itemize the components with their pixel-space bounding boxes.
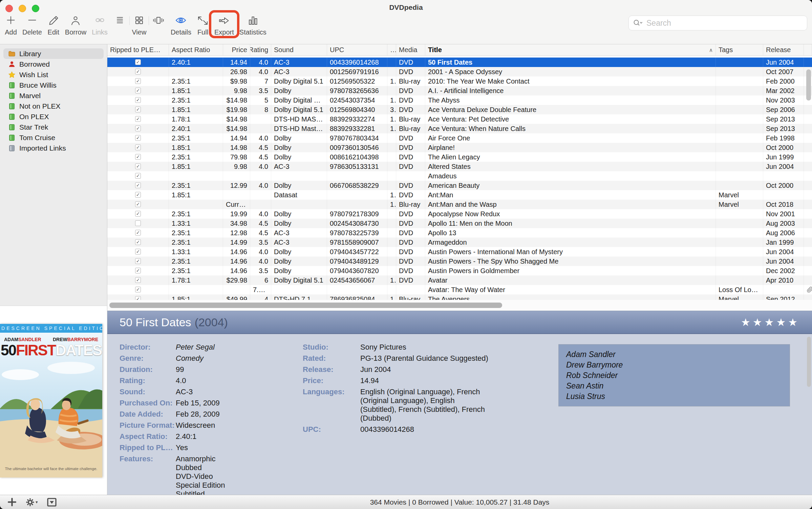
checkbox-unchecked[interactable] [135,220,141,226]
checkbox-checked[interactable]: ✓ [135,296,141,300]
checkbox-checked[interactable]: ✓ [135,249,141,255]
table-row[interactable]: ✓2.35:114.993.5AC-39781558909007DVDArmag… [107,238,812,247]
add-button[interactable]: Add [2,13,20,37]
cover-art[interactable]: WIDESCREEN SPECIAL EDITION ADAMSANDLER D… [0,324,102,478]
table-row[interactable]: ✓Amadeus [107,171,812,181]
table-row[interactable]: ✓1.85:1$19.988Dolby Digital 5.1012569804… [107,105,812,114]
coverflow-view-icon[interactable] [152,16,165,26]
column-header-price[interactable]: Price [223,44,250,56]
table-row[interactable]: ✓Current…1Blu-rayAnt:Man and the WaspMar… [107,200,812,209]
sidebar-item-tom-cruise[interactable]: Tom Cruise [3,132,104,143]
details-button[interactable]: Details [168,13,194,37]
table-row[interactable]: ✓1.78:1$14.98DTS-HD MASTE…8839293322741B… [107,114,812,124]
table-row[interactable]: ✓2.40:114.944.0AC-30043396014268DVD50 Fi… [107,58,812,67]
column-header-tags[interactable]: Tags [716,44,763,56]
table-row[interactable]: ✓2.35:112.994.0Dolby0667068538229DVDAmer… [107,181,812,190]
table-row[interactable]: ✓2.35:112.984.5AC-39780783225739DVDApoll… [107,228,812,238]
table-row[interactable]: ✓1.85:1Datasat1DVDAnt:ManMarvel [107,190,812,200]
column-header-aspect[interactable]: Aspect Ratio [169,44,223,56]
export-button[interactable]: Export [212,13,237,37]
table-row[interactable]: ✓7.684Avatar: The Way of WaterLoss Of Lo… [107,285,812,294]
column-header-upc[interactable]: UPC [327,44,387,56]
statistics-button[interactable]: Statistics [237,13,269,37]
full-button[interactable]: Full [194,13,212,37]
checkbox-checked[interactable]: ✓ [135,287,141,292]
detail-scrollbar[interactable] [807,337,811,387]
field-value[interactable]: Peter Segal [176,343,287,352]
column-header-media[interactable]: Media [396,44,425,56]
column-header-sound[interactable]: Sound [271,44,327,56]
checkbox-checked[interactable]: ✓ [135,239,141,245]
checkbox-checked[interactable]: ✓ [135,230,141,236]
table-row[interactable]: ✓2.40:1$14.98DTS-HD Master…8839293322811… [107,124,812,133]
checkbox-checked[interactable]: ✓ [135,59,141,65]
search-input[interactable] [646,18,803,28]
column-header-pad[interactable] [804,44,812,56]
action-menu-button[interactable]: ▾ [25,497,38,507]
sidebar-item-library[interactable]: Library [3,48,104,59]
sidebar-item-imported-links[interactable]: Imported Links [3,143,104,153]
checkbox-checked[interactable]: ✓ [135,268,141,273]
checkbox-checked[interactable]: ✓ [135,88,141,93]
sidebar-item-on-plex[interactable]: On PLEX [3,111,104,122]
table-row[interactable]: ✓2.35:119.994.0Dolby9780792178309DVDApoc… [107,209,812,219]
checkbox-checked[interactable]: ✓ [135,173,141,179]
table-row[interactable]: ✓2.35:1$9.987Dolby Digital 5.10125695053… [107,76,812,86]
list-view-icon[interactable] [114,16,126,26]
delete-button[interactable]: Delete [20,13,45,37]
table-row[interactable]: ✓2.35:1$14.985Dolby Digital 2.0…02454303… [107,95,812,105]
field-value[interactable]: Comedy [176,354,287,363]
checkbox-checked[interactable]: ✓ [135,126,141,131]
table-row[interactable]: ✓1.85:19.984.0AC-39786305133131DVDAltere… [107,162,812,171]
checkbox-checked[interactable]: ✓ [135,135,141,141]
checkbox-checked[interactable]: ✓ [135,192,141,198]
cast-member[interactable]: Rob Schneider [566,370,782,381]
column-header-release[interactable]: Release [763,44,804,56]
grid-view-icon[interactable] [133,16,145,26]
sidebar-item-not-on-plex[interactable]: Not on PLEX [3,101,104,111]
checkbox-checked[interactable]: ✓ [135,116,141,122]
checkbox-checked[interactable]: ✓ [135,277,141,283]
checkbox-checked[interactable]: ✓ [135,145,141,150]
checkbox-checked[interactable]: ✓ [135,107,141,112]
cast-member[interactable]: Adam Sandler [566,349,782,360]
table-row[interactable]: ✓1.33:114.964.0Dolby0794043457722DVDAust… [107,247,812,257]
cast-member[interactable]: Lusia Strus [566,391,782,402]
search-field[interactable] [628,16,807,30]
rating-stars[interactable]: ★★★★★ [741,316,800,329]
table-row[interactable]: ✓1.78:1$29.986Dolby Digital 5.1024543656… [107,275,812,285]
column-header-count[interactable]: … [387,44,396,56]
checkbox-checked[interactable]: ✓ [135,211,141,217]
horizontal-scrollbar-thumb[interactable] [109,303,502,308]
sidebar-item-borrowed[interactable]: Borrowed [3,59,104,69]
table-row[interactable]: ✓2.35:114.963.5Dolby0794043607820DVDAust… [107,266,812,275]
table-row[interactable]: ✓1.85:114.984.5Dolby0097360130546DVDAirp… [107,143,812,152]
add-collection-button[interactable] [7,497,17,507]
links-button[interactable]: Links [89,13,110,37]
checkbox-checked[interactable]: ✓ [135,201,141,207]
table-row[interactable]: ✓2.35:114.964.0Dolby0794043489129DVDAust… [107,257,812,266]
checkbox-checked[interactable]: ✓ [135,97,141,103]
cast-member[interactable]: Drew Barrymore [566,360,782,370]
checkbox-checked[interactable]: ✓ [135,154,141,160]
column-header-title[interactable]: Title∧ [425,44,716,56]
checkbox-checked[interactable]: ✓ [135,163,141,169]
sidebar-item-bruce-willis[interactable]: Bruce Willis [3,80,104,90]
table-row[interactable]: 1.33:134.984.5Dolby0024543084730DVDApoll… [107,219,812,228]
sidebar-item-wish-list[interactable]: Wish List [3,69,104,80]
table-row[interactable]: ✓1.85:19.983.5Dolby9780783265636DVDA.I. … [107,86,812,95]
borrow-button[interactable]: Borrow [62,13,89,37]
vertical-scrollbar[interactable] [806,69,811,101]
sidebar-item-marvel[interactable]: Marvel [3,90,104,101]
table-row[interactable]: ✓1.85:1$49.994DTS-HD 7.17869368250841Blu… [107,294,812,300]
column-header-ripped[interactable]: Ripped to PLE… [107,44,169,56]
checkbox-checked[interactable]: ✓ [135,69,141,74]
sidebar-item-star-trek[interactable]: Star Trek [3,122,104,132]
table-row[interactable]: ✓2.35:179.984.5Dolby0086162104398DVDThe … [107,152,812,162]
table-row[interactable]: ✓26.984.0AC-30012569791916DVD2001 - A Sp… [107,67,812,76]
table-row[interactable]: ✓2.35:114.944.0Dolby9780767803434DVDAir … [107,133,812,143]
column-header-rating[interactable]: Rating [250,44,271,56]
edit-button[interactable]: Edit [45,13,62,37]
checkbox-checked[interactable]: ✓ [135,78,141,84]
send-tray-button[interactable] [47,497,57,507]
